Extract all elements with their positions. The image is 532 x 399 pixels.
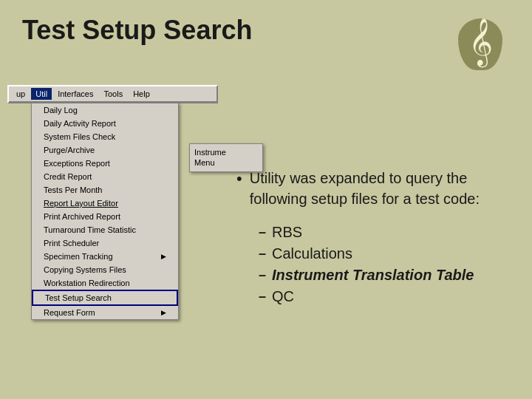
menu-bar: up Util Interfaces Tools Help xyxy=(9,86,216,102)
menu-window: up Util Interfaces Tools Help Daily Log … xyxy=(7,85,218,103)
dropdown-item-system-files-check[interactable]: System Files Check xyxy=(32,130,178,143)
slide-container: Test Setup Search 𝄞 up Util Interfaces T… xyxy=(0,0,532,399)
slide-title: Test Setup Search xyxy=(22,15,252,46)
dash-symbol-1: – xyxy=(259,225,266,240)
left-panel: up Util Interfaces Tools Help Daily Log … xyxy=(7,85,222,388)
dropdown-item-specimen-tracking[interactable]: Specimen Tracking ▶ xyxy=(32,250,178,263)
bullet-dot: • xyxy=(236,169,242,188)
dash-symbol-3: – xyxy=(259,267,266,283)
dropdown-item-test-setup-search[interactable]: Test Setup Search xyxy=(32,290,178,306)
title-area: Test Setup Search 𝄞 xyxy=(0,0,532,81)
dropdown-item-purge-archive[interactable]: Purge/Archive InstrumeMenu xyxy=(32,143,178,157)
instrument-submenu-popup: InstrumeMenu xyxy=(189,143,263,172)
treble-clef-decoration: 𝄞 xyxy=(451,15,510,74)
menu-item-tools[interactable]: Tools xyxy=(99,88,127,100)
menu-item-util[interactable]: Util xyxy=(31,88,52,100)
dropdown-item-request-form[interactable]: Request Form ▶ xyxy=(32,306,178,319)
dash-item-qc: – QC xyxy=(259,288,510,305)
dropdown-item-tests-per-month[interactable]: Tests Per Month xyxy=(32,183,178,197)
dash-text-qc: QC xyxy=(272,288,294,305)
dropdown-item-print-scheduler[interactable]: Print Scheduler xyxy=(32,236,178,250)
music-clef-symbol: 𝄞 xyxy=(468,21,493,62)
dropdown-item-workstation-redirection[interactable]: Workstation Redirection xyxy=(32,276,178,290)
dash-item-instrument-translation: – Instrument Translation Table xyxy=(259,267,510,284)
menu-item-up[interactable]: up xyxy=(12,88,30,100)
dash-item-rbs: – RBS xyxy=(259,224,510,241)
right-panel: • Utility was expanded to query the foll… xyxy=(222,85,525,388)
menu-container: up Util Interfaces Tools Help Daily Log … xyxy=(7,85,222,103)
dropdown-menu: Daily Log Daily Activity Report System F… xyxy=(31,103,179,320)
submenu-arrow-specimen: ▶ xyxy=(161,253,166,260)
dash-list: – RBS – Calculations – Instrument Transl… xyxy=(259,224,510,305)
submenu-arrow-request: ▶ xyxy=(161,309,166,316)
dash-text-instrument: Instrument Translation Table xyxy=(272,267,474,284)
dash-item-calculations: – Calculations xyxy=(259,245,510,262)
dash-text-calculations: Calculations xyxy=(272,245,352,262)
bullet-text-utility: Utility was expanded to query the follow… xyxy=(250,168,510,209)
dropdown-item-copying-systems[interactable]: Copying Systems Files xyxy=(32,263,178,276)
dropdown-item-daily-activity-report[interactable]: Daily Activity Report xyxy=(32,117,178,130)
dropdown-item-credit-report[interactable]: Credit Report xyxy=(32,170,178,183)
dropdown-item-report-layout-editor[interactable]: Report Layout Editor xyxy=(32,197,178,210)
dropdown-item-print-archived-report[interactable]: Print Archived Report xyxy=(32,210,178,223)
bullet-point-utility: • Utility was expanded to query the foll… xyxy=(236,168,510,209)
dropdown-item-exceptions-report[interactable]: Exceptions Report xyxy=(32,157,178,170)
dropdown-item-turnaround[interactable]: Turnaround Time Statistic xyxy=(32,223,178,236)
dropdown-item-daily-log[interactable]: Daily Log xyxy=(32,103,178,117)
dash-symbol-2: – xyxy=(259,246,266,262)
dash-symbol-4: – xyxy=(259,289,266,304)
treble-clef-icon: 𝄞 xyxy=(458,18,502,70)
menu-item-help[interactable]: Help xyxy=(129,88,154,100)
content-area: up Util Interfaces Tools Help Daily Log … xyxy=(0,81,532,392)
dash-text-rbs: RBS xyxy=(272,224,302,241)
menu-item-interfaces[interactable]: Interfaces xyxy=(53,88,98,100)
